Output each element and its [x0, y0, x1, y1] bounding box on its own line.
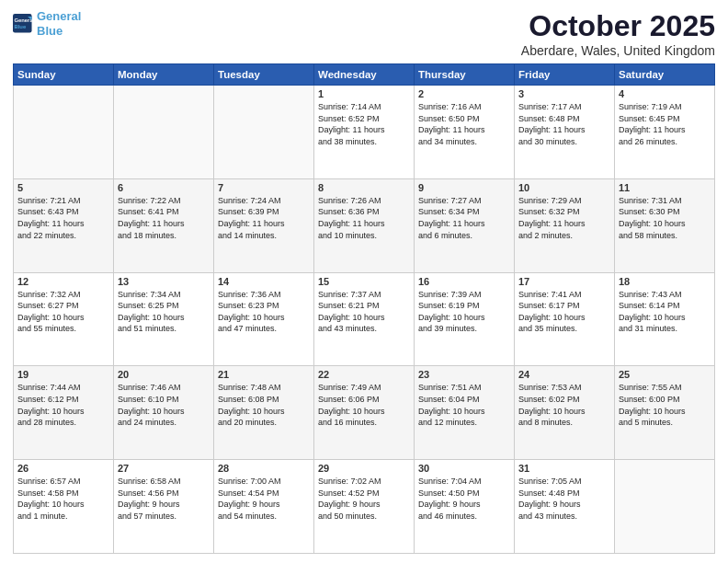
table-row: 16Sunrise: 7:39 AM Sunset: 6:19 PM Dayli…: [415, 272, 515, 366]
day-info: Sunrise: 6:57 AM Sunset: 4:58 PM Dayligh…: [17, 476, 109, 522]
day-info: Sunrise: 7:32 AM Sunset: 6:27 PM Dayligh…: [17, 289, 109, 335]
day-number: 25: [619, 369, 711, 380]
day-number: 2: [418, 88, 510, 99]
day-number: 27: [118, 463, 210, 474]
day-info: Sunrise: 7:41 AM Sunset: 6:17 PM Dayligh…: [518, 289, 610, 335]
table-row: 27Sunrise: 6:58 AM Sunset: 4:56 PM Dayli…: [114, 460, 214, 554]
table-row: 9Sunrise: 7:27 AM Sunset: 6:34 PM Daylig…: [415, 178, 515, 272]
day-info: Sunrise: 7:26 AM Sunset: 6:36 PM Dayligh…: [318, 195, 410, 241]
table-row: 10Sunrise: 7:29 AM Sunset: 6:32 PM Dayli…: [515, 178, 615, 272]
day-info: Sunrise: 7:53 AM Sunset: 6:02 PM Dayligh…: [518, 382, 610, 428]
day-number: 21: [218, 369, 310, 380]
header-friday: Friday: [515, 64, 615, 86]
calendar-week-4: 26Sunrise: 6:57 AM Sunset: 4:58 PM Dayli…: [14, 460, 715, 554]
table-row: 3Sunrise: 7:17 AM Sunset: 6:48 PM Daylig…: [515, 86, 615, 179]
calendar-week-1: 5Sunrise: 7:21 AM Sunset: 6:43 PM Daylig…: [14, 178, 715, 272]
calendar-week-0: 1Sunrise: 7:14 AM Sunset: 6:52 PM Daylig…: [14, 86, 715, 179]
day-number: 26: [17, 463, 109, 474]
table-row: 24Sunrise: 7:53 AM Sunset: 6:02 PM Dayli…: [515, 366, 615, 460]
day-number: 23: [418, 369, 510, 380]
logo-text: General Blue: [37, 9, 81, 38]
day-info: Sunrise: 6:58 AM Sunset: 4:56 PM Dayligh…: [118, 476, 210, 522]
table-row: 14Sunrise: 7:36 AM Sunset: 6:23 PM Dayli…: [214, 272, 314, 366]
table-row: 15Sunrise: 7:37 AM Sunset: 6:21 PM Dayli…: [314, 272, 415, 366]
table-row: 18Sunrise: 7:43 AM Sunset: 6:14 PM Dayli…: [615, 272, 715, 366]
day-number: 9: [418, 182, 510, 193]
table-row: [114, 86, 214, 179]
calendar: Sunday Monday Tuesday Wednesday Thursday…: [13, 63, 715, 554]
header-thursday: Thursday: [415, 64, 515, 86]
day-number: 17: [518, 276, 610, 287]
day-info: Sunrise: 7:04 AM Sunset: 4:50 PM Dayligh…: [418, 476, 510, 522]
table-row: 12Sunrise: 7:32 AM Sunset: 6:27 PM Dayli…: [14, 272, 114, 366]
day-number: 16: [418, 276, 510, 287]
table-row: 13Sunrise: 7:34 AM Sunset: 6:25 PM Dayli…: [114, 272, 214, 366]
header-saturday: Saturday: [615, 64, 715, 86]
day-number: 5: [17, 182, 109, 193]
header-wednesday: Wednesday: [314, 64, 415, 86]
day-info: Sunrise: 7:21 AM Sunset: 6:43 PM Dayligh…: [17, 195, 109, 241]
day-info: Sunrise: 7:43 AM Sunset: 6:14 PM Dayligh…: [619, 289, 711, 335]
table-row: 26Sunrise: 6:57 AM Sunset: 4:58 PM Dayli…: [14, 460, 114, 554]
day-info: Sunrise: 7:02 AM Sunset: 4:52 PM Dayligh…: [318, 476, 410, 522]
table-row: 5Sunrise: 7:21 AM Sunset: 6:43 PM Daylig…: [14, 178, 114, 272]
page: General Blue General Blue October 2025 A…: [0, 0, 728, 563]
day-info: Sunrise: 7:29 AM Sunset: 6:32 PM Dayligh…: [518, 195, 610, 241]
logo: General Blue General Blue: [13, 9, 81, 38]
table-row: 11Sunrise: 7:31 AM Sunset: 6:30 PM Dayli…: [615, 178, 715, 272]
day-info: Sunrise: 7:44 AM Sunset: 6:12 PM Dayligh…: [17, 382, 109, 428]
table-row: [615, 460, 715, 554]
day-info: Sunrise: 7:51 AM Sunset: 6:04 PM Dayligh…: [418, 382, 510, 428]
table-row: 22Sunrise: 7:49 AM Sunset: 6:06 PM Dayli…: [314, 366, 415, 460]
day-number: 31: [518, 463, 610, 474]
day-number: 8: [318, 182, 410, 193]
table-row: 31Sunrise: 7:05 AM Sunset: 4:48 PM Dayli…: [515, 460, 615, 554]
table-row: 20Sunrise: 7:46 AM Sunset: 6:10 PM Dayli…: [114, 366, 214, 460]
title-section: October 2025 Aberdare, Wales, United Kin…: [521, 9, 715, 58]
day-info: Sunrise: 7:16 AM Sunset: 6:50 PM Dayligh…: [418, 101, 510, 147]
calendar-week-3: 19Sunrise: 7:44 AM Sunset: 6:12 PM Dayli…: [14, 366, 715, 460]
day-info: Sunrise: 7:24 AM Sunset: 6:39 PM Dayligh…: [218, 195, 310, 241]
header-sunday: Sunday: [14, 64, 114, 86]
header-tuesday: Tuesday: [214, 64, 314, 86]
day-number: 11: [619, 182, 711, 193]
day-number: 12: [17, 276, 109, 287]
day-info: Sunrise: 7:17 AM Sunset: 6:48 PM Dayligh…: [518, 101, 610, 147]
table-row: 4Sunrise: 7:19 AM Sunset: 6:45 PM Daylig…: [615, 86, 715, 179]
table-row: [14, 86, 114, 179]
day-info: Sunrise: 7:05 AM Sunset: 4:48 PM Dayligh…: [518, 476, 610, 522]
table-row: 2Sunrise: 7:16 AM Sunset: 6:50 PM Daylig…: [415, 86, 515, 179]
day-number: 29: [318, 463, 410, 474]
day-number: 14: [218, 276, 310, 287]
day-info: Sunrise: 7:46 AM Sunset: 6:10 PM Dayligh…: [118, 382, 210, 428]
day-info: Sunrise: 7:00 AM Sunset: 4:54 PM Dayligh…: [218, 476, 310, 522]
day-number: 6: [118, 182, 210, 193]
day-number: 20: [118, 369, 210, 380]
calendar-week-2: 12Sunrise: 7:32 AM Sunset: 6:27 PM Dayli…: [14, 272, 715, 366]
table-row: 1Sunrise: 7:14 AM Sunset: 6:52 PM Daylig…: [314, 86, 415, 179]
table-row: 7Sunrise: 7:24 AM Sunset: 6:39 PM Daylig…: [214, 178, 314, 272]
day-number: 1: [318, 88, 410, 99]
day-info: Sunrise: 7:27 AM Sunset: 6:34 PM Dayligh…: [418, 195, 510, 241]
month-title: October 2025: [521, 9, 715, 43]
table-row: 28Sunrise: 7:00 AM Sunset: 4:54 PM Dayli…: [214, 460, 314, 554]
day-number: 10: [518, 182, 610, 193]
day-info: Sunrise: 7:22 AM Sunset: 6:41 PM Dayligh…: [118, 195, 210, 241]
table-row: 21Sunrise: 7:48 AM Sunset: 6:08 PM Dayli…: [214, 366, 314, 460]
svg-text:Blue: Blue: [14, 24, 26, 29]
day-info: Sunrise: 7:48 AM Sunset: 6:08 PM Dayligh…: [218, 382, 310, 428]
table-row: 25Sunrise: 7:55 AM Sunset: 6:00 PM Dayli…: [615, 366, 715, 460]
location: Aberdare, Wales, United Kingdom: [521, 43, 715, 58]
table-row: 6Sunrise: 7:22 AM Sunset: 6:41 PM Daylig…: [114, 178, 214, 272]
day-number: 7: [218, 182, 310, 193]
table-row: 17Sunrise: 7:41 AM Sunset: 6:17 PM Dayli…: [515, 272, 615, 366]
day-info: Sunrise: 7:49 AM Sunset: 6:06 PM Dayligh…: [318, 382, 410, 428]
table-row: 29Sunrise: 7:02 AM Sunset: 4:52 PM Dayli…: [314, 460, 415, 554]
table-row: 30Sunrise: 7:04 AM Sunset: 4:50 PM Dayli…: [415, 460, 515, 554]
calendar-header-row: Sunday Monday Tuesday Wednesday Thursday…: [14, 64, 715, 86]
day-info: Sunrise: 7:31 AM Sunset: 6:30 PM Dayligh…: [619, 195, 711, 241]
table-row: 23Sunrise: 7:51 AM Sunset: 6:04 PM Dayli…: [415, 366, 515, 460]
day-number: 4: [619, 88, 711, 99]
table-row: [214, 86, 314, 179]
day-number: 18: [619, 276, 711, 287]
